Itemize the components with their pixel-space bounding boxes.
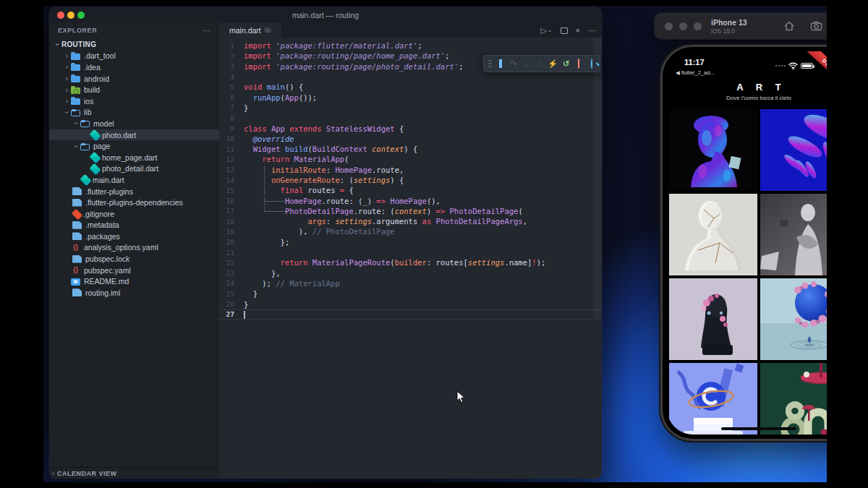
line-number: 23 <box>219 269 244 277</box>
tree-item-readme-md[interactable]: MREADME.md <box>49 275 219 287</box>
art-tile-iridescent-david-bust[interactable] <box>669 109 757 191</box>
tree-item-pubspec-yaml[interactable]: {}pubspec.yaml <box>49 265 219 276</box>
tree-item-photo-dart[interactable]: photo.dart <box>49 129 219 141</box>
titlebar[interactable]: main.dart — routing <box>49 7 602 23</box>
editor-more-actions-button[interactable]: ⋯ <box>588 23 596 38</box>
code-line-22[interactable]: 22 return MaterialPageRoute(builder: rou… <box>219 257 602 267</box>
line-number: 14 <box>219 176 244 184</box>
tree-item-routing-iml[interactable]: routing.iml <box>49 287 219 299</box>
tree-item--flutter-plugins-dependencies[interactable]: .flutter-plugins-dependencies <box>49 197 219 208</box>
code-line-10[interactable]: 10 @override <box>219 134 602 144</box>
art-tile-iridescent-hands[interactable] <box>760 109 827 191</box>
home-indicator[interactable] <box>721 427 796 430</box>
minimap-scrollbar[interactable] <box>593 38 602 318</box>
line-number: 20 <box>219 238 244 246</box>
code-text: import 'package:routing/page/home_page.d… <box>244 51 450 60</box>
tree-item-home-page-dart[interactable]: home_page.dart <box>49 152 219 163</box>
code-line-18[interactable]: 18 args: settings.arguments as PhotoDeta… <box>219 216 602 226</box>
code-line-23[interactable]: 23 }, <box>219 268 602 278</box>
tree-item--idea[interactable]: ›.idea <box>49 61 219 73</box>
code-line-7[interactable]: 7} <box>219 103 602 113</box>
tree-item-page[interactable]: ›page <box>49 140 219 152</box>
tree-item--metadata[interactable]: .metadata <box>49 220 219 231</box>
app-subtitle: Dove l'uomo tocca il cielo <box>667 95 827 101</box>
code-line-8[interactable]: 8 <box>219 113 602 123</box>
md-icon: M <box>71 278 80 286</box>
code-line-26[interactable]: 26} <box>219 299 602 309</box>
split-editor-button[interactable] <box>561 27 568 34</box>
line-number: 24 <box>219 279 244 287</box>
code-editor[interactable]: 1import 'package:flutter/material.dart';… <box>219 38 602 479</box>
tree-item-main-dart[interactable]: main.dart <box>49 174 219 186</box>
explorer-sidebar: EXPLORER ⋯ ›ROUTING›.dart_tool›.idea›and… <box>49 23 219 479</box>
step-out-button[interactable]: ↑ <box>535 56 543 72</box>
code-line-1[interactable]: 1import 'package:flutter/material.dart'; <box>219 40 602 51</box>
tree-item--flutter-plugins[interactable]: .flutter-plugins <box>49 186 219 197</box>
art-tile-floral-planet-ripple[interactable] <box>760 278 827 360</box>
art-tile-blue-podium-ring[interactable] <box>669 363 757 435</box>
debug-toolbar-drag-handle[interactable] <box>488 59 492 68</box>
code-line-15[interactable]: 15 │ final routes = { <box>219 185 602 195</box>
tree-item--packages[interactable]: .packages <box>49 231 219 242</box>
restart-button[interactable]: ↺ <box>562 56 570 72</box>
code-line-5[interactable]: 5void main() { <box>219 82 602 92</box>
inspector-button[interactable] <box>587 56 595 72</box>
code-line-19[interactable]: 19 ), // PhotoDetailPage <box>219 226 602 236</box>
sidebar-section-calendar-view[interactable]: › CALENDAR VIEW <box>49 467 219 479</box>
run-or-debug-button[interactable]: ▷⌄ <box>540 23 552 38</box>
code-text: }, <box>244 269 281 278</box>
tree-item--gitignore[interactable]: .gitignore <box>49 208 219 220</box>
tab-main-dart[interactable]: main.dart lib <box>219 23 281 38</box>
code-line-13[interactable]: 13 │ initialRoute: HomePage.route, <box>219 165 602 175</box>
code-line-24[interactable]: 24 ); // MaterialApp <box>219 278 602 288</box>
stop-button[interactable] <box>575 56 583 72</box>
art-tile-fragmented-grey-figure[interactable] <box>760 194 827 275</box>
tree-item-analysis-options-yaml[interactable]: {}analysis_options.yaml <box>49 242 219 254</box>
back-to-app-label[interactable]: ◀ flutter_2_ad... <box>676 69 715 76</box>
code-line-27[interactable]: 27 <box>219 309 602 320</box>
code-line-25[interactable]: 25 } <box>219 288 602 299</box>
git-icon <box>72 208 83 220</box>
tree-root-routing[interactable]: ›ROUTING <box>49 39 219 51</box>
simulator-toolbar: iPhone 13 iOS 15.0 <box>655 13 827 39</box>
step-into-button[interactable]: ↓ <box>522 56 530 72</box>
pause-button[interactable] <box>497 56 505 72</box>
code-line-4[interactable]: 4 <box>219 72 602 82</box>
code-line-16[interactable]: 16 ├────HomePage.route: (_) => HomePage(… <box>219 195 602 205</box>
close-window-button[interactable] <box>57 12 64 19</box>
art-tile-green-8n-sculpture[interactable] <box>760 363 827 435</box>
tree-item-android[interactable]: ›android <box>49 73 219 85</box>
code-line-6[interactable]: 6 runApp(App()); <box>219 92 602 102</box>
hot-reload-button[interactable]: ⚡ <box>548 56 557 72</box>
zoom-window-button[interactable] <box>77 12 85 19</box>
tree-item--dart-tool[interactable]: ›.dart_tool <box>49 51 219 62</box>
code-line-14[interactable]: 14 │ onGenerateRoute: (settings) { <box>219 175 602 185</box>
dart-icon <box>89 163 101 175</box>
simulator-window-dots[interactable] <box>665 22 702 30</box>
code-text: Widget build(BuildContext context) { <box>244 145 417 153</box>
explorer-more-actions-icon[interactable]: ⋯ <box>203 26 210 35</box>
code-line-11[interactable]: 11 Widget build(BuildContext context) { <box>219 144 602 154</box>
tree-item-model[interactable]: ›model <box>49 118 219 129</box>
art-tile-kintsugi-white-bust[interactable] <box>669 194 757 275</box>
code-line-17[interactable]: 17 └────PhotoDetailPage.route: (context)… <box>219 206 602 216</box>
tree-item-photo-detail-dart[interactable]: photo_detail.dart <box>49 163 219 175</box>
step-over-button[interactable]: ↷ <box>509 56 517 72</box>
tree-item-ios[interactable]: ›ios <box>49 95 219 107</box>
tree-item-lib[interactable]: ›lib <box>49 107 219 119</box>
minimize-window-button[interactable] <box>67 12 75 19</box>
close-editor-button[interactable]: × <box>576 23 580 38</box>
home-button-icon[interactable] <box>783 20 795 32</box>
tree-item-pubspec-lock[interactable]: pubspec.lock <box>49 253 219 265</box>
code-line-12[interactable]: 12 return MaterialApp( <box>219 154 602 164</box>
code-line-20[interactable]: 20 }; <box>219 237 602 247</box>
art-tile-flower-crowned-bust[interactable] <box>669 278 757 360</box>
editor-zone: main.dart lib ▷⌄ × ⋯ 1import 'package:fl… <box>219 23 602 479</box>
screenshot-camera-icon[interactable] <box>810 20 822 32</box>
line-number: 13 <box>219 166 244 174</box>
code-line-9[interactable]: 9class App extends StatelessWidget { <box>219 123 602 133</box>
tree-item-build[interactable]: ›build <box>49 84 219 95</box>
split-editor-icon <box>561 27 568 34</box>
code-line-21[interactable]: 21 <box>219 247 602 257</box>
code-text: import 'package:flutter/material.dart'; <box>244 41 422 50</box>
